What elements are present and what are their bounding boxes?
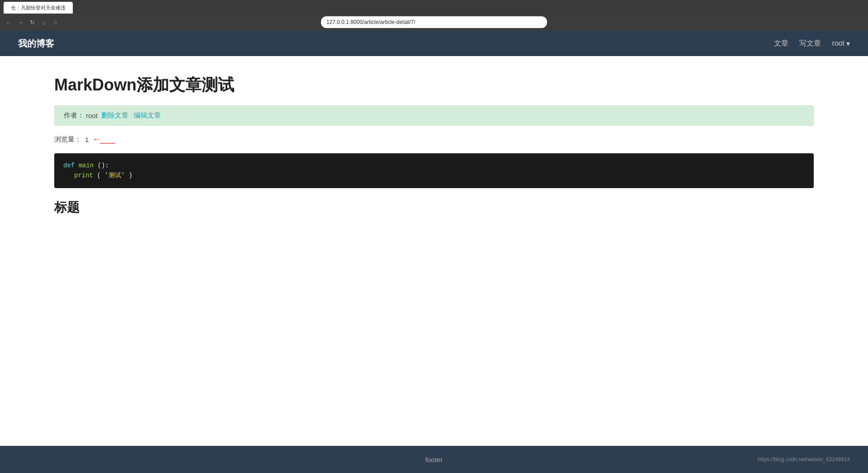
code-string-value: '测试' bbox=[104, 172, 125, 179]
browser-chrome: ← → ↻ ⌂ ☆ 127.0.0.1:8000/article/article… bbox=[0, 14, 868, 31]
code-close-paren: ) bbox=[128, 172, 132, 179]
nav-controls: ← → ↻ ⌂ ☆ bbox=[4, 17, 61, 27]
view-count-label: 浏览量： bbox=[54, 135, 81, 144]
view-count-value: 1 bbox=[85, 136, 89, 143]
author-name: root bbox=[86, 112, 98, 119]
navbar: 我的博客 文章 写文章 root ▾ bbox=[0, 31, 868, 56]
chevron-down-icon: ▾ bbox=[846, 39, 850, 48]
article-title: MarkDown添加文章测试 bbox=[54, 74, 814, 96]
footer-text: footer bbox=[425, 456, 443, 464]
author-bar: 作者： root 删除文章 编辑文章 bbox=[54, 105, 814, 126]
forward-button[interactable]: → bbox=[15, 17, 25, 27]
code-print: print bbox=[74, 172, 93, 179]
author-label: 作者： bbox=[64, 111, 84, 120]
article-heading: 标题 bbox=[54, 199, 814, 216]
url-bar[interactable]: 127.0.0.1:8000/article/article-detail/7/ bbox=[321, 16, 547, 28]
code-open-paren: ( bbox=[97, 172, 100, 179]
back-button[interactable]: ← bbox=[4, 17, 14, 27]
separator bbox=[130, 112, 132, 119]
code-keyword-def: def bbox=[63, 162, 75, 169]
main-content: MarkDown添加文章测试 作者： root 删除文章 编辑文章 浏览量： 1… bbox=[0, 56, 868, 446]
code-line-2: print ( '测试' ) bbox=[63, 170, 805, 180]
code-function-name: main bbox=[79, 162, 94, 169]
reload-button[interactable]: ↻ bbox=[27, 17, 37, 27]
code-line-1: def main (): bbox=[63, 161, 805, 170]
footer-link[interactable]: https://blog.csdn.net/weixin_43249914 bbox=[758, 456, 850, 463]
nav-user-dropdown[interactable]: root ▾ bbox=[832, 39, 850, 48]
tab-title-text: 仓：凡胎恰登对天命难违 bbox=[11, 5, 66, 11]
browser-wrapper: 仓：凡胎恰登对天命难违 ← → ↻ ⌂ ☆ 127.0.0.1:8000/art… bbox=[0, 0, 868, 473]
bookmark-button[interactable]: ☆ bbox=[51, 17, 61, 27]
nav-write[interactable]: 写文章 bbox=[799, 39, 821, 48]
code-parens-1: (): bbox=[98, 162, 109, 169]
edit-article-link[interactable]: 编辑文章 bbox=[134, 111, 161, 120]
site-footer: footer https://blog.csdn.net/weixin_4324… bbox=[0, 446, 868, 473]
code-block: def main (): print ( '测试' ) bbox=[54, 153, 814, 188]
home-button[interactable]: ⌂ bbox=[39, 17, 49, 27]
tab-bar: 仓：凡胎恰登对天命难违 bbox=[0, 0, 868, 14]
nav-username: root bbox=[832, 39, 844, 47]
delete-article-link[interactable]: 删除文章 bbox=[101, 111, 128, 120]
nav-articles[interactable]: 文章 bbox=[774, 39, 788, 48]
navbar-nav: 文章 写文章 root ▾ bbox=[774, 39, 850, 48]
navbar-brand[interactable]: 我的博客 bbox=[18, 38, 54, 50]
active-tab[interactable]: 仓：凡胎恰登对天命难违 bbox=[4, 2, 73, 14]
arrow-icon: ←⎯⎯⎯ bbox=[92, 135, 115, 144]
url-text: 127.0.0.1:8000/article/article-detail/7/ bbox=[326, 19, 415, 25]
view-count-row: 浏览量： 1 ←⎯⎯⎯ bbox=[54, 135, 814, 144]
